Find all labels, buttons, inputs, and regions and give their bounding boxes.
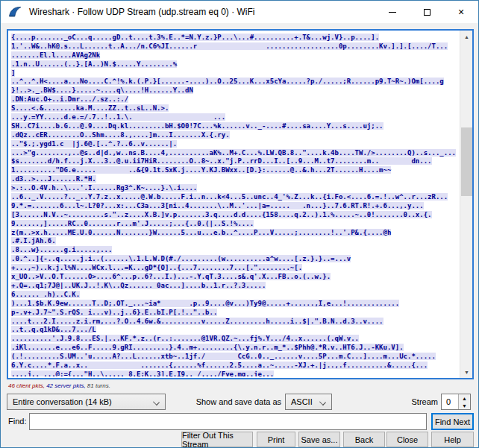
back-button[interactable]: Back bbox=[343, 432, 385, 447]
stream-line: .#.I.jAh.6. bbox=[11, 237, 457, 246]
find-label: Find: bbox=[8, 417, 26, 426]
stream-line: z(m..>x.h.....ME.U.0......N.......}W....… bbox=[11, 229, 457, 238]
stream-line: 1.........."DG.e..... ..&{9.1t.SxK.j....… bbox=[11, 166, 457, 175]
stream-line: 1.'..W&..hK@.s...L......t..A.../n.C6%JI.… bbox=[11, 42, 457, 51]
filter-out-stream-button[interactable]: Filter Out This Stream bbox=[181, 432, 253, 447]
stream-line: +.Q=..q1;7J@|..UK.J..!.K\..Qz...... 0ac.… bbox=[11, 282, 457, 291]
format-select[interactable]: ASCII bbox=[285, 394, 332, 410]
stream-line: ....t...2.I.....z.i.rm,...?.O..4.6w.&...… bbox=[11, 318, 457, 326]
stream-line: }!..>._.BW$....}.....~....q\....!H......… bbox=[11, 86, 457, 95]
stream-line: 6...... .h)..C.K. bbox=[11, 291, 457, 300]
stream-line: .dQz..cER........O..Shm....8.,....]m...I… bbox=[11, 131, 457, 140]
spinner-down-icon[interactable]: ▼ bbox=[459, 402, 470, 409]
stream-line: )...1.$b.K.9ew......T..D;.OT._...~ia* .p… bbox=[11, 300, 457, 309]
scroll-up-icon[interactable]: ▲ bbox=[460, 31, 473, 42]
stream-line: 6.Y.c....*.F.a..x.. .......{,.....%f....… bbox=[11, 362, 457, 370]
stream-number-value: 0 bbox=[442, 394, 458, 409]
find-input[interactable] bbox=[29, 413, 427, 430]
stream-line: ..........'.J.9.8...ES.|...KF.*.z..(r..:… bbox=[11, 335, 457, 344]
close-button[interactable]: Close bbox=[386, 432, 428, 447]
close-window-button[interactable]: × bbox=[444, 1, 478, 23]
stream-line: (.!.........S.UM..'u.....A?...L......xtb… bbox=[11, 353, 457, 362]
close-icon: × bbox=[458, 7, 464, 17]
stream-line: 9.*.=.......6...l~.L?0?...x:...C3a...3[n… bbox=[11, 202, 457, 211]
stream-line: ] bbox=[11, 69, 457, 78]
find-next-button[interactable]: Find Next bbox=[431, 413, 474, 430]
stream-line: .iKl.......e...e6..F.....9.gRI.........}… bbox=[11, 344, 457, 353]
follow-stream-dialog: Wireshark · Follow UDP Stream (udp.strea… bbox=[0, 0, 479, 448]
stream-line: >.:..O.4V.h..\...'.I......Rg3^.K~....}.\… bbox=[11, 184, 457, 193]
chevron-down-icon bbox=[319, 399, 326, 406]
help-button[interactable]: Help bbox=[431, 432, 474, 447]
stream-line: {....p......._oC...q.....gD..t....t.3%.E… bbox=[11, 34, 457, 42]
spinner-up-icon[interactable]: ▲ bbox=[459, 394, 470, 402]
stream-line: p-.v+.J.7~".S.rQS. i...v)..j..6}.E..bI.P… bbox=[11, 309, 457, 318]
stream-line: +...,~)..k.j.l%N....WCx.l...=K...gD*{O].… bbox=[11, 264, 457, 273]
stream-line: .."$.;.ygd1.c |j.6@.[..^.?..6..v......|. bbox=[11, 140, 457, 149]
stream-line: ...y.=YY.....d.e.=/.7..!..1.\. ... bbox=[11, 113, 457, 122]
stream-line: .0.^..]{-..q.....j.i..(......\.1.L.W.D(#… bbox=[11, 255, 457, 264]
stream-line: [3......N.V..~.........s."..z....X.B.]v.… bbox=[11, 211, 457, 220]
stream-stats: 46 client pkts, 42 server pkts, 81 turns… bbox=[8, 382, 110, 389]
stream-line: $s.......d/h.f...j.X...3..@.u.ii7HiR....… bbox=[11, 157, 457, 166]
maximize-icon bbox=[424, 9, 431, 16]
stream-line: ....j.. ...@:={..."H..\..... 8.E;K..3].E… bbox=[11, 370, 457, 376]
scrollbar-thumb[interactable] bbox=[461, 127, 472, 196]
stream-line: .1.n..U......(..}.[A..)N.$.....Y........… bbox=[11, 60, 457, 69]
conversation-select[interactable]: Entire conversation (14 kB) bbox=[7, 394, 166, 410]
vertical-scrollbar[interactable]: ▲ ▼ bbox=[460, 31, 472, 378]
stream-line: ...>"g........,..@s..d|d.,w..ns.B....4,.… bbox=[11, 149, 457, 158]
stream-content[interactable]: {....p......._oC...q.....gD..t....t.3%.E… bbox=[10, 32, 458, 376]
client-pkts-stat: 46 client pkts, bbox=[8, 382, 46, 389]
stream-number-spinner[interactable]: 0 ▲ ▼ bbox=[441, 394, 471, 410]
wireshark-logo-icon bbox=[8, 5, 23, 19]
stream-line: x_UO..>V..O.T......O>....6^...p..6?...I.… bbox=[11, 273, 457, 282]
show-save-label: Show and save data as bbox=[193, 397, 281, 406]
turns-stat: 81 turns. bbox=[87, 382, 110, 389]
save-as-button[interactable]: Save as... bbox=[298, 432, 340, 447]
stream-line: 9......,].....RC..0.......r...m'.J.....;… bbox=[11, 220, 457, 229]
scroll-down-icon[interactable]: ▼ bbox=[460, 366, 473, 378]
stream-line: .8...w}......g.i.....,... bbox=[11, 246, 457, 255]
stream-line: S....<.&........ka.M....ZZ..t..sL..N.>. bbox=[11, 104, 457, 113]
stream-line: ..6.._.V.....?.._..Y.7.z..x.....@.W.b...… bbox=[11, 193, 457, 202]
title-bar[interactable]: Wireshark · Follow UDP Stream (udp.strea… bbox=[1, 1, 478, 23]
stream-line: ..^..^.H<....a...No....C.^!%.k.(.P.}[...… bbox=[11, 78, 457, 86]
stream-line: SH..C7i....b.G...@.9....Dq.kl.........bH… bbox=[11, 122, 457, 131]
minimize-icon bbox=[389, 12, 396, 13]
minimize-button[interactable] bbox=[375, 1, 410, 23]
server-pkts-stat: 42 server pkts, bbox=[46, 382, 87, 389]
stream-data-pane: {....p......._oC...q.....gD..t....t.3%.E… bbox=[7, 29, 474, 379]
window-title: Wireshark · Follow UDP Stream (udp.strea… bbox=[29, 7, 255, 17]
format-select-value: ASCII bbox=[291, 397, 313, 406]
stream-number-label: Stream bbox=[408, 397, 438, 406]
stream-line: .DN:Auc.O+..i.Dmr.../.sz..:./ bbox=[11, 95, 457, 104]
chevron-down-icon bbox=[153, 399, 160, 406]
stream-line: .d3..>...J......R.*H. bbox=[11, 175, 457, 184]
stream-line: ..t..q.q1kD&...7.../L bbox=[11, 326, 457, 335]
print-button[interactable]: Print bbox=[257, 432, 295, 447]
conversation-select-value: Entire conversation (14 kB) bbox=[13, 397, 112, 406]
stream-line: .......El.l....AVAg2Nk bbox=[11, 51, 457, 60]
maximize-button[interactable] bbox=[410, 1, 444, 23]
